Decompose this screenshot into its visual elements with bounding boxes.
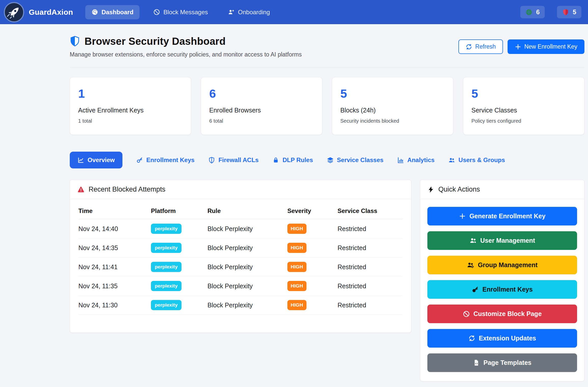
nav-item-label: Dashboard [102,9,133,16]
page-templates-button[interactable]: Page Templates [427,353,577,372]
tab-overview[interactable]: Overview [70,152,122,168]
blocked-attempts-table: Time Platform Rule Severity Service Clas… [70,199,411,333]
cell-service-class: Restricted [338,282,403,290]
people-icon [469,237,477,244]
shield-icon [562,9,569,16]
new-enrollment-key-label: New Enrollment Key [524,43,577,50]
table-row: Nov 24, 11:41 perplexity Block Perplexit… [78,257,403,277]
page-subtitle: Manage browser extensions, enforce secur… [70,51,302,58]
lock-icon [272,157,279,164]
header-divider [70,67,584,67]
brand-name: GuardAxion [29,8,73,17]
stat-sublabel: Policy tiers configured [471,118,576,124]
customize-block-page-button[interactable]: Customize Block Page [427,305,577,323]
quick-action-label: Enrollment Keys [482,286,533,293]
platform-badge: perplexity [151,281,181,291]
quick-action-label: Group Management [478,261,538,269]
shield-counter-badge[interactable]: 5 [557,6,581,18]
recent-blocked-attempts-panel: Recent Blocked Attempts Time Platform Ru… [70,180,411,333]
tab-users-groups[interactable]: Users & Groups [448,156,505,164]
table-row: Nov 24, 14:35 perplexity Block Perplexit… [78,238,403,257]
quick-action-label: Extension Updates [479,335,536,342]
page-header: Browser Security Dashboard Manage browse… [0,24,588,58]
people-icon [448,157,455,164]
section-tabs: Overview Enrollment Keys Firewall ACLs D… [70,152,584,168]
nav-item-onboarding[interactable]: Onboarding [222,5,276,19]
tab-label: Users & Groups [458,156,505,164]
nav-item-dashboard[interactable]: Dashboard [85,5,139,19]
people-gear-icon [467,261,474,269]
cell-time: Nov 24, 14:35 [78,244,151,252]
tab-firewall-acls[interactable]: Firewall ACLs [208,156,259,164]
nav-item-block-messages[interactable]: Block Messages [147,5,214,19]
quick-action-label: User Management [480,237,535,244]
plus-icon [459,213,466,220]
cell-time: Nov 24, 14:40 [78,225,151,233]
table-row: Nov 24, 14:40 perplexity Block Perplexit… [78,219,403,238]
slash-circle-icon [463,310,470,318]
stat-sublabel: Security incidents blocked [340,118,445,124]
cell-rule: Block Perplexity [207,244,287,252]
cell-rule: Block Perplexity [207,282,287,290]
extension-updates-button[interactable]: Extension Updates [427,329,577,348]
navbar-badges: 6 5 [520,6,581,18]
refresh-label: Refresh [475,43,496,50]
stat-card-enrolled-browsers: 6 Enrolled Browsers 6 total [201,77,322,135]
shield-counter-value: 5 [573,8,576,16]
stat-value: 1 [78,88,183,99]
stat-card-active-keys: 1 Active Enrollment Keys 1 total [70,77,191,135]
slash-circle-icon [153,9,160,16]
cell-service-class: Restricted [338,225,403,233]
key-icon [472,286,479,293]
tab-service-classes[interactable]: Service Classes [327,156,384,164]
stat-card-blocks-24h: 5 Blocks (24h) Security incidents blocke… [332,77,453,135]
group-management-button[interactable]: Group Management [427,256,577,274]
refresh-icon [468,335,475,342]
severity-badge: HIGH [287,281,306,291]
enrollment-keys-button[interactable]: Enrollment Keys [427,280,577,299]
dashboard-gauge-icon [91,9,98,16]
severity-badge: HIGH [287,262,306,272]
quick-action-label: Generate Enrollment Key [469,212,545,220]
cell-time: Nov 24, 11:35 [78,282,151,290]
table-header-row: Time Platform Rule Severity Service Clas… [78,201,403,219]
stat-label: Enrolled Browsers [209,107,314,114]
tab-enrollment-keys[interactable]: Enrollment Keys [136,156,194,164]
page-title: Browser Security Dashboard [85,36,226,47]
cell-time: Nov 24, 11:30 [78,302,151,309]
main-nav: Dashboard Block Messages [85,5,276,19]
tab-label: Analytics [407,156,435,164]
person-plus-icon [228,9,235,16]
bar-chart-icon [397,157,404,164]
platform-badge: perplexity [151,224,181,234]
table-row: Nov 24, 11:30 perplexity Block Perplexit… [78,296,403,315]
globe-counter-badge[interactable]: 6 [520,6,545,18]
user-management-button[interactable]: User Management [427,231,577,250]
tab-label: Service Classes [337,156,384,164]
stat-value: 5 [471,88,576,99]
nav-item-label: Block Messages [163,9,208,16]
blocked-attempts-title: Recent Blocked Attempts [89,185,165,193]
severity-badge: HIGH [287,224,306,234]
platform-badge: perplexity [151,262,181,272]
app-logo [4,2,24,22]
stat-cards: 1 Active Enrollment Keys 1 total 6 Enrol… [70,77,584,135]
tab-label: Overview [88,156,115,164]
tab-dlp-rules[interactable]: DLP Rules [272,156,313,164]
nav-item-label: Onboarding [238,9,270,16]
cell-service-class: Restricted [338,263,403,271]
layers-icon [327,157,334,164]
stat-label: Blocks (24h) [340,107,445,114]
cell-rule: Block Perplexity [207,302,287,309]
cell-rule: Block Perplexity [207,225,287,233]
stat-card-service-classes: 5 Service Classes Policy tiers configure… [463,77,584,135]
generate-enrollment-key-button[interactable]: Generate Enrollment Key [427,207,577,225]
tab-analytics[interactable]: Analytics [397,156,435,164]
cell-time: Nov 24, 11:41 [78,263,151,271]
refresh-button[interactable]: Refresh [458,39,503,54]
stat-sublabel: 6 total [209,118,314,124]
cell-rule: Block Perplexity [207,263,287,271]
refresh-icon [466,44,472,50]
platform-badge: perplexity [151,300,181,310]
new-enrollment-key-button[interactable]: New Enrollment Key [508,39,584,54]
